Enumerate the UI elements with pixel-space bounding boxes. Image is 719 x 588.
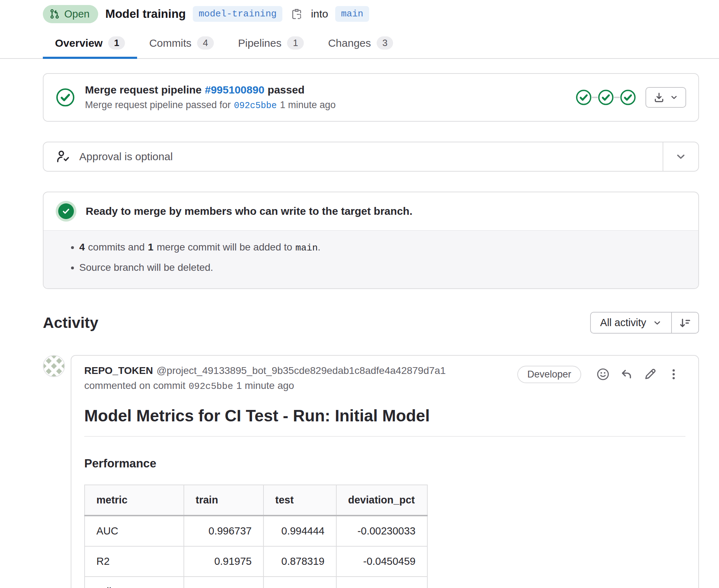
pipeline-timestamp: 1 minute ago — [280, 100, 336, 111]
deviation-value: -0.0667392 — [336, 577, 427, 588]
table-row: Adj R2 0.91319 0.852244 -0.0667392 — [85, 577, 427, 588]
merge-details: 4 commits and 1 merge commit will be add… — [44, 230, 698, 288]
merge-status-heading: Ready to merge by members who can write … — [86, 205, 412, 217]
pipeline-commit-sha-link[interactable]: 092c5bbe — [234, 101, 277, 111]
approval-expand-button[interactable] — [663, 142, 698, 171]
approval-status-text: Approval is optional — [79, 151, 173, 163]
mr-tabbar: Overview 1 Commits 4 Pipelines 1 Changes… — [0, 29, 719, 59]
merge-detail-commits: 4 commits and 1 merge commit will be add… — [79, 242, 686, 253]
tab-overview-count: 1 — [108, 36, 125, 50]
activity-header: Activity All activity — [43, 312, 699, 334]
col-deviation-pct: deviation_pct — [336, 485, 427, 516]
deviation-value: -0.0450459 — [336, 546, 427, 577]
sort-order-icon — [679, 317, 691, 329]
metrics-table: metric train test deviation_pct AUC 0.99… — [84, 485, 428, 588]
download-icon — [653, 92, 665, 103]
approval-widget: Approval is optional — [43, 142, 699, 172]
tab-changes-count: 3 — [377, 36, 393, 50]
tab-overview-label: Overview — [55, 37, 102, 49]
approval-icon — [56, 149, 70, 164]
tab-overview[interactable]: Overview 1 — [43, 29, 137, 58]
reply-button[interactable] — [615, 365, 638, 384]
tab-commits-count: 4 — [197, 36, 213, 50]
role-badge: Developer — [517, 366, 581, 383]
pencil-icon — [644, 368, 657, 381]
deviation-value: -0.00230033 — [336, 516, 427, 546]
mr-title: Model training — [105, 7, 186, 21]
note-header: REPO_TOKEN @project_49133895_bot_9b35cde… — [84, 365, 685, 392]
chevron-down-icon — [670, 93, 678, 102]
tab-changes-label: Changes — [328, 37, 371, 49]
pipeline-status-text: Merge request pipeline #995100890 passed… — [85, 84, 336, 111]
test-value: 0.878319 — [263, 546, 336, 577]
pipeline-id-link[interactable]: #995100890 — [205, 84, 265, 96]
tab-changes[interactable]: Changes 3 — [316, 29, 406, 58]
note-timestamp[interactable]: 1 minute ago — [236, 380, 294, 391]
performance-heading: Performance — [84, 457, 685, 470]
activity-sort-button[interactable] — [671, 313, 698, 333]
col-train: train — [184, 485, 263, 516]
merge-commit-count: 1 — [148, 242, 154, 253]
pipeline-stage-success-icon[interactable] — [575, 89, 592, 106]
target-branch-badge[interactable]: main — [335, 6, 369, 22]
train-value: 0.91319 — [184, 577, 263, 588]
smiley-icon — [597, 368, 609, 381]
reply-icon — [620, 368, 633, 381]
ready-to-merge-icon — [56, 201, 76, 222]
metric-name: AUC — [85, 516, 184, 546]
pipeline-stage-success-icon[interactable] — [620, 89, 636, 106]
copy-branch-button[interactable] — [290, 7, 304, 21]
metric-name: R2 — [85, 546, 184, 577]
test-value: 0.994444 — [263, 516, 336, 546]
note-author-handle: @project_49133895_bot_9b35cde829edab1c8a… — [156, 365, 446, 376]
train-value: 0.91975 — [184, 546, 263, 577]
avatar[interactable] — [43, 355, 65, 377]
mr-titlebar: Open Model training model-training into … — [43, 0, 699, 23]
mr-state-label: Open — [64, 8, 90, 20]
test-value: 0.852244 — [263, 577, 336, 588]
download-artifacts-button[interactable] — [645, 87, 686, 108]
pipeline-title-prefix: Merge request pipeline — [85, 84, 202, 96]
note-card: REPO_TOKEN @project_49133895_bot_9b35cde… — [71, 355, 699, 588]
commit-count: 4 — [79, 242, 85, 253]
source-branch-badge[interactable]: model-training — [193, 6, 282, 22]
target-branch-code: main — [296, 243, 318, 253]
merge-request-page: Open Model training model-training into … — [0, 0, 719, 588]
merge-widget: Ready to merge by members who can write … — [43, 192, 699, 289]
into-label: into — [311, 8, 328, 20]
tab-commits[interactable]: Commits 4 — [137, 29, 226, 58]
tab-pipelines-count: 1 — [287, 36, 303, 50]
note-body-title: Model Metrics for CI Test - Run: Initial… — [84, 406, 685, 437]
merge-request-icon — [49, 9, 60, 19]
chevron-down-icon — [675, 151, 687, 163]
stage-connector — [614, 97, 620, 98]
chevron-down-icon — [653, 318, 662, 328]
pipeline-subtitle-prefix: Merge request pipeline passed for — [85, 100, 231, 111]
copy-icon — [291, 8, 302, 20]
train-value: 0.996737 — [184, 516, 263, 546]
activity-note: REPO_TOKEN @project_49133895_bot_9b35cde… — [43, 355, 699, 588]
activity-filter-label: All activity — [600, 317, 646, 329]
col-test: test — [263, 485, 336, 516]
tab-pipelines-label: Pipelines — [238, 37, 282, 49]
pipeline-title-suffix: passed — [268, 84, 305, 96]
mini-pipeline-graph — [575, 89, 636, 106]
edit-button[interactable] — [638, 365, 662, 384]
pipeline-stage-success-icon[interactable] — [598, 89, 614, 106]
tab-pipelines[interactable]: Pipelines 1 — [226, 29, 316, 58]
table-row: AUC 0.996737 0.994444 -0.00230033 — [85, 516, 427, 546]
note-actions: Developer — [517, 365, 685, 384]
metric-name: Adj R2 — [85, 577, 184, 588]
activity-heading: Activity — [43, 314, 98, 331]
table-row: R2 0.91975 0.878319 -0.0450459 — [85, 546, 427, 577]
note-author[interactable]: REPO_TOKEN — [84, 365, 153, 376]
col-metric: metric — [85, 485, 184, 516]
add-reaction-button[interactable] — [591, 365, 615, 384]
pipeline-success-icon — [56, 88, 75, 107]
pipeline-widget: Merge request pipeline #995100890 passed… — [43, 73, 699, 122]
activity-controls: All activity — [590, 312, 699, 334]
more-options-button[interactable] — [662, 365, 685, 384]
note-commit-sha-link[interactable]: 092c5bbe — [188, 381, 233, 392]
activity-filter-dropdown[interactable]: All activity — [591, 313, 671, 333]
merge-detail-source-branch: Source branch will be deleted. — [79, 262, 686, 273]
